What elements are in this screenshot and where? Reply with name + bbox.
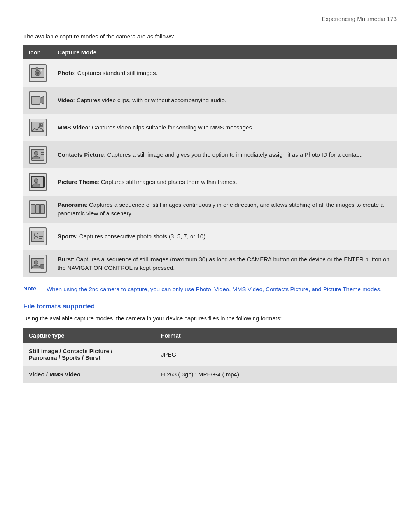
capture-modes-table: Icon Capture Mode Photo: Captures standa… <box>23 45 397 277</box>
capture-mode-desc: Photo: Captures standard still images. <box>52 59 397 87</box>
capture-mode-row: MMS Video: Captures video clips suitable… <box>23 114 397 141</box>
file-formats-intro: Using the available capture modes, the c… <box>23 314 397 323</box>
capture-mode-row: Contacts Picture: Captures a still image… <box>23 141 397 168</box>
svg-point-18 <box>34 179 38 183</box>
formats-col1-header: Capture type <box>23 328 156 343</box>
svg-rect-3 <box>36 68 38 69</box>
svg-point-2 <box>36 72 39 75</box>
capture-mode-desc: Burst: Captures a sequence of still imag… <box>52 250 397 277</box>
svg-rect-29 <box>41 264 44 268</box>
capture-mode-name: Contacts Picture <box>58 151 104 158</box>
capture-mode-row: Panorama: Captures a sequence of still i… <box>23 196 397 223</box>
svg-marker-6 <box>40 96 44 104</box>
capture-mode-name: Video <box>58 97 74 103</box>
capture-mode-row: Picture Theme: Captures still images and… <box>23 168 397 196</box>
capture-mode-name: Burst <box>58 256 73 262</box>
svg-rect-19 <box>31 205 35 214</box>
sports-icon <box>23 223 52 250</box>
svg-point-12 <box>34 151 38 155</box>
format-value: JPEG <box>156 343 397 366</box>
capture-mode-desc: Picture Theme: Captures still images and… <box>52 168 397 196</box>
formats-col2-header: Format <box>156 328 397 343</box>
format-row: Video / MMS VideoH.263 (.3gp) ; MPEG-4 (… <box>23 366 397 383</box>
file-formats-heading: File formats supported <box>23 303 397 310</box>
svg-point-28 <box>34 261 38 264</box>
svg-point-4 <box>40 69 42 71</box>
svg-rect-5 <box>32 96 40 104</box>
capture-mode-row: Sports: Captures consecutive photo shots… <box>23 223 397 250</box>
capture-mode-name: MMS Video <box>58 124 89 131</box>
capture-mode-row: Burst: Captures a sequence of still imag… <box>23 250 397 277</box>
intro-text: The available capture modes of the camer… <box>23 33 397 40</box>
note-row: Note When using the 2nd camera to captur… <box>23 285 397 294</box>
burst-icon <box>23 250 52 277</box>
svg-rect-21 <box>40 205 44 214</box>
format-capture-type: Video / MMS Video <box>23 366 156 383</box>
note-text: When using the 2nd camera to capture, yo… <box>47 285 382 294</box>
capture-mode-desc: Panorama: Captures a sequence of still i… <box>52 196 397 223</box>
format-capture-type: Still image / Contacts Picture /Panorama… <box>23 343 156 366</box>
capture-table-col2-header: Capture Mode <box>52 45 397 59</box>
panorama-icon <box>23 196 52 223</box>
capture-mode-row: Photo: Captures standard still images. <box>23 59 397 87</box>
capture-mode-desc: Contacts Picture: Captures a still image… <box>52 141 397 168</box>
contacts-picture-icon <box>23 141 52 168</box>
svg-rect-20 <box>36 205 40 214</box>
capture-table-col1-header: Icon <box>23 45 52 59</box>
picture-theme-icon <box>23 168 52 196</box>
capture-mode-desc: Video: Captures video clips, with or wit… <box>52 87 397 114</box>
format-row: Still image / Contacts Picture /Panorama… <box>23 343 397 366</box>
capture-mode-row: Video: Captures video clips, with or wit… <box>23 87 397 114</box>
capture-mode-name: Picture Theme <box>58 178 98 185</box>
photo-icon <box>23 59 52 87</box>
formats-table: Capture type Format Still image / Contac… <box>23 328 397 383</box>
note-label: Note <box>23 285 43 294</box>
capture-mode-name: Photo <box>58 70 74 76</box>
capture-mode-name: Panorama <box>58 201 86 208</box>
capture-mode-name: Sports <box>58 233 76 240</box>
format-value: H.263 (.3gp) ; MPEG-4 (.mp4) <box>156 366 397 383</box>
capture-mode-desc: Sports: Captures consecutive photo shots… <box>52 223 397 250</box>
video-icon <box>23 87 52 114</box>
capture-mode-desc: MMS Video: Captures video clips suitable… <box>52 114 397 141</box>
page-header: Experiencing Multimedia 173 <box>23 16 397 22</box>
mms-video-icon <box>23 114 52 141</box>
